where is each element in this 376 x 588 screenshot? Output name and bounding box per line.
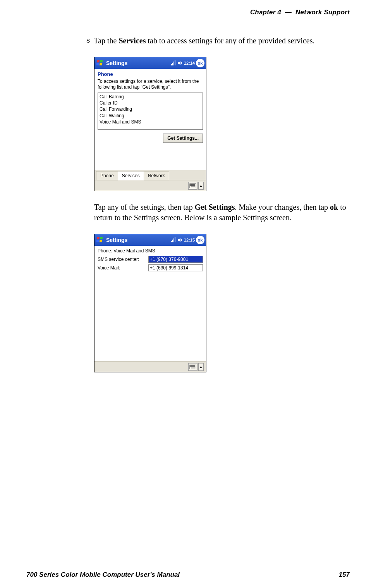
svg-rect-26	[172, 240, 173, 242]
svg-rect-22	[100, 237, 103, 240]
svg-rect-18	[193, 185, 194, 186]
form-row-sms: SMS service center: +1 (970) 376-9301	[98, 256, 203, 263]
start-icon[interactable]	[96, 236, 105, 244]
svg-rect-21	[96, 237, 99, 240]
svg-rect-27	[173, 238, 174, 242]
svg-rect-1	[100, 60, 103, 63]
tab-services[interactable]: Services	[118, 171, 144, 180]
svg-rect-5	[172, 63, 173, 65]
svg-rect-3	[100, 63, 102, 65]
bullet-text: Tap the Services tab to access settings …	[94, 36, 314, 46]
services-bold: Services	[118, 36, 146, 45]
sms-input[interactable]: +1 (970) 376-9301	[148, 256, 203, 263]
svg-rect-25	[171, 241, 172, 242]
screenshot-voicemail-sms: Settings	[94, 234, 206, 372]
clock-time[interactable]: 12:15	[184, 238, 195, 242]
titlebar-title: Settings	[106, 237, 127, 243]
chapter-title: Network Support	[295, 9, 350, 16]
svg-rect-2	[96, 63, 99, 65]
svg-rect-11	[191, 184, 192, 185]
list-item[interactable]: Caller ID	[100, 100, 201, 106]
start-icon[interactable]	[96, 59, 105, 67]
panel-title-voicemail-sms: Phone: Voice Mail and SMS	[94, 246, 206, 254]
keyboard-icon[interactable]	[188, 182, 197, 190]
svg-rect-31	[190, 365, 191, 366]
menubar: ▲	[94, 180, 206, 191]
tab-phone[interactable]: Phone	[96, 171, 118, 180]
svg-rect-20	[191, 186, 195, 187]
tab-network[interactable]: Network	[144, 171, 169, 180]
list-item[interactable]: Call Forwarding	[100, 106, 201, 112]
list-item[interactable]: Call Barring	[100, 94, 201, 100]
svg-rect-33	[192, 365, 193, 366]
svg-rect-37	[191, 366, 192, 367]
svg-rect-6	[173, 62, 174, 65]
svg-rect-16	[191, 185, 192, 186]
page-number: 157	[339, 571, 350, 579]
chapter-number: 4	[277, 9, 281, 16]
sms-label: SMS service center:	[98, 257, 146, 262]
svg-rect-40	[194, 366, 195, 367]
list-item[interactable]: Voice Mail and SMS	[100, 119, 201, 125]
speaker-icon[interactable]	[177, 60, 183, 66]
svg-rect-14	[194, 184, 195, 185]
services-listbox[interactable]: Call Barring Caller ID Call Forwarding C…	[98, 93, 203, 130]
svg-rect-28	[175, 237, 175, 242]
svg-rect-39	[193, 366, 194, 367]
up-arrow-icon[interactable]: ▲	[198, 363, 204, 371]
tab-bar: Phone Services Network	[94, 170, 206, 180]
screenshot-services-tab: Settings	[94, 57, 206, 191]
bullet-mark: S	[86, 37, 90, 45]
header-separator: —	[285, 9, 292, 16]
footer-title: 700 Series Color Mobile Computer User's …	[26, 571, 180, 579]
titlebar-title: Settings	[106, 60, 127, 66]
get-settings-button[interactable]: Get Settings...	[163, 134, 203, 143]
voicemail-input[interactable]: +1 (630) 699-1314	[148, 264, 203, 271]
svg-rect-35	[194, 365, 195, 366]
svg-rect-23	[96, 240, 99, 242]
list-item[interactable]: Call Waiting	[100, 113, 201, 119]
chapter-label: Chapter	[250, 9, 276, 16]
bullet-item: S Tap the Services tab to access setting…	[86, 36, 357, 46]
ok-bold: ok	[330, 203, 338, 211]
up-arrow-icon[interactable]: ▲	[198, 182, 204, 190]
svg-rect-41	[191, 367, 195, 368]
paragraph-2: Tap any of the settings, then tap Get Se…	[94, 202, 361, 223]
svg-rect-19	[194, 185, 195, 186]
instruction-text: To access settings for a service, select…	[94, 78, 206, 93]
svg-rect-24	[100, 240, 102, 242]
form-area: SMS service center: +1 (970) 376-9301 Vo…	[94, 254, 206, 276]
svg-rect-12	[192, 184, 193, 185]
ok-button[interactable]: ok	[196, 59, 204, 67]
svg-rect-13	[193, 184, 194, 185]
svg-rect-7	[175, 60, 175, 65]
svg-rect-17	[192, 185, 193, 186]
svg-rect-15	[190, 185, 191, 186]
svg-rect-32	[191, 365, 192, 366]
titlebar: Settings	[94, 234, 206, 246]
svg-rect-4	[171, 64, 172, 65]
speaker-icon[interactable]	[177, 237, 183, 243]
panel-title-phone: Phone	[94, 69, 206, 78]
svg-marker-29	[178, 238, 180, 242]
voicemail-label: Voice Mail:	[98, 265, 146, 271]
clock-time[interactable]: 12:14	[184, 61, 195, 65]
menubar: ▲	[94, 361, 206, 372]
svg-rect-36	[190, 366, 191, 367]
ok-button[interactable]: ok	[196, 236, 204, 244]
svg-rect-34	[193, 365, 194, 366]
signal-icon[interactable]	[171, 60, 176, 66]
keyboard-icon[interactable]	[188, 363, 197, 371]
signal-icon[interactable]	[171, 237, 176, 243]
svg-rect-0	[96, 60, 99, 63]
get-settings-bold: Get Settings	[195, 203, 235, 211]
page-footer: 700 Series Color Mobile Computer User's …	[26, 571, 350, 579]
form-row-voicemail: Voice Mail: +1 (630) 699-1314	[98, 264, 203, 271]
svg-marker-8	[178, 61, 180, 65]
svg-rect-10	[190, 184, 191, 185]
svg-rect-38	[192, 366, 193, 367]
titlebar: Settings	[94, 57, 206, 69]
page-header: Chapter 4 — Network Support	[26, 9, 350, 16]
